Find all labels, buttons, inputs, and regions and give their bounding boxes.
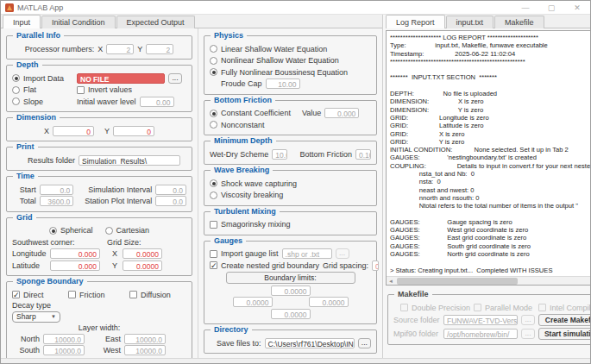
log-report-text[interactable]: ******************** LOG REPORT ********… (387, 31, 591, 276)
minimize-icon[interactable]: — (512, 1, 538, 14)
east-field[interactable]: 10000.0 (124, 334, 166, 344)
panel-title: Directory (211, 325, 252, 334)
boundary-east-field[interactable]: 0.0000 (309, 297, 349, 307)
panel-title: Minimum Depth (211, 136, 276, 145)
bottom-friction-field[interactable]: 0.10 (355, 149, 371, 160)
north-field[interactable]: 10000.0 (43, 334, 85, 344)
total-field[interactable]: 3600.0 (40, 196, 74, 206)
x-label: X (97, 45, 103, 53)
cartesian-label: Cartesian (116, 226, 150, 235)
depth-file-field[interactable]: NO FILE (77, 73, 165, 84)
processor-y-field[interactable]: 2 (146, 44, 173, 54)
tab-initial-condition[interactable]: Initial Condition (41, 16, 116, 28)
grid-spacing-field[interactable]: 0.0000 (372, 260, 379, 271)
radio-nonconstant[interactable] (210, 121, 217, 129)
close-icon[interactable]: ✕ (564, 1, 590, 14)
smagorinsky-checkbox[interactable] (210, 221, 217, 229)
gauge-file-field[interactable]: .shp or .txt (282, 248, 332, 259)
tab-input[interactable]: Input (3, 15, 41, 28)
invert-values-checkbox[interactable] (77, 86, 85, 94)
double-precision-label: Double Precision (412, 304, 474, 312)
panel-time: Time Start 0.0 Simulation Interval 0.0 T… (6, 176, 192, 212)
window-title: MATLAB App (17, 3, 63, 12)
dimension-x-field[interactable]: 0 (53, 126, 94, 136)
tab-input-txt[interactable]: input.txt (446, 16, 494, 28)
start-field[interactable]: 0.0 (40, 185, 74, 195)
tab-makefile[interactable]: Makefile (494, 16, 544, 28)
value-label: Value (302, 109, 321, 117)
boundary-south-field[interactable]: 0.0000 (271, 309, 311, 319)
directory-browse-button[interactable]: ... (358, 338, 371, 348)
panel-title: Bottom Friction (211, 96, 275, 104)
direct-checkbox[interactable]: ✓ (12, 291, 20, 298)
nested-grid-checkbox[interactable]: ✓ (210, 261, 217, 269)
save-directory-field[interactable]: C:\Users\rf761\Desktop\INPUT_F (265, 338, 355, 348)
processor-x-field[interactable]: 2 (106, 44, 134, 54)
intel-compiler-checkbox[interactable] (538, 304, 546, 311)
start-simulation-button[interactable]: Start simulation (538, 328, 591, 340)
source-browse-button[interactable]: ... (521, 315, 535, 325)
radio-import-data[interactable] (12, 74, 20, 82)
maximize-icon[interactable]: ▢ (538, 1, 564, 14)
grid-x-field[interactable]: 0.0000 (123, 248, 162, 259)
mpif90-browse-button[interactable]: ... (521, 329, 535, 339)
panel-title: Parallel Info (13, 31, 64, 40)
dimension-y-field[interactable]: 0 (113, 126, 154, 136)
west-field[interactable]: 10000.0 (124, 345, 166, 355)
tab-expected-output[interactable]: Expected Output (116, 16, 195, 28)
double-precision-checkbox[interactable] (400, 304, 408, 311)
radio-flat[interactable] (12, 86, 20, 94)
latitude-label: Latitude (12, 261, 50, 270)
boundary-north-field[interactable]: 0.0000 (271, 286, 311, 296)
scroll-left-icon[interactable]: ◄ (387, 277, 395, 286)
save-files-to-label: Save files to: (217, 339, 261, 348)
grid-size-label: Grid Size: (107, 238, 141, 247)
log-horizontal-scrollbar[interactable]: ◄ ► (387, 276, 591, 285)
station-plot-interval-field[interactable]: 0.0 (155, 196, 186, 206)
boundary-limits-button[interactable]: Boundary limits: (226, 272, 355, 284)
mpif90-folder-field[interactable]: /opt/homebrew/bin/ (443, 329, 518, 339)
scrollbar-thumb[interactable] (397, 278, 518, 285)
radio-viscosity-breaking[interactable] (210, 191, 217, 199)
gauge-browse-button[interactable]: ... (336, 248, 349, 259)
panel-title: Sponge Boundary (13, 277, 87, 286)
grid-spacing-label: Grid spacing: (323, 261, 368, 270)
longitude-field[interactable]: 0.000 (50, 248, 100, 259)
latitude-field[interactable]: 0.000 (50, 260, 100, 271)
radio-slope[interactable] (12, 97, 20, 105)
radio-spherical[interactable] (49, 227, 57, 235)
panel-title: Turbulent Mixing (211, 207, 280, 216)
friction-checkbox[interactable] (68, 291, 76, 298)
invert-values-label: Invert values (88, 85, 132, 94)
title-bar: MATLAB App — ▢ ✕ (1, 1, 590, 15)
window-bottom-scroll-strip[interactable] (1, 358, 590, 363)
friction-value-field[interactable]: 0.000 (324, 108, 359, 118)
radio-nonlinear-swe[interactable] (210, 57, 217, 65)
source-folder-field[interactable]: FUNWAVE-TVD-Version_3.6/src (443, 315, 518, 325)
results-folder-field[interactable]: Simulation_Results\ (79, 155, 180, 166)
tab-log-report[interactable]: Log Report (386, 15, 445, 28)
radio-shock-wave-capturing[interactable] (210, 179, 217, 187)
x-label: X (44, 127, 49, 135)
froude-cap-field[interactable]: 10.00 (266, 78, 300, 89)
radio-boussinesq[interactable] (210, 68, 217, 76)
initial-wave-level-field[interactable]: 0.00 (140, 97, 174, 107)
decay-type-dropdown[interactable]: Sharp ▼ (12, 311, 60, 323)
create-makefile-button[interactable]: Create Makefile (538, 314, 591, 326)
diffusion-checkbox[interactable] (129, 291, 137, 298)
parallel-mode-checkbox[interactable] (474, 304, 481, 311)
radio-constant-coefficient[interactable] (210, 110, 217, 117)
parallel-mode-label: Parallel Mode (485, 304, 538, 312)
radio-linear-swe[interactable] (210, 45, 217, 53)
radio-cartesian[interactable] (105, 227, 113, 235)
boundary-west-field[interactable]: 0.0000 (233, 297, 273, 307)
direct-label: Direct (23, 291, 68, 299)
wet-dry-scheme-field[interactable]: 10.00 (272, 149, 287, 160)
depth-browse-button[interactable]: ... (168, 73, 182, 84)
grid-y-field[interactable]: 0.0000 (123, 260, 162, 271)
simulation-interval-field[interactable]: 0.0 (155, 185, 186, 195)
panel-title: Makefile (394, 290, 432, 298)
south-field[interactable]: 10000.0 (43, 345, 85, 355)
import-gauge-list-checkbox[interactable] (210, 250, 217, 258)
panel-title: Physics (211, 31, 247, 40)
